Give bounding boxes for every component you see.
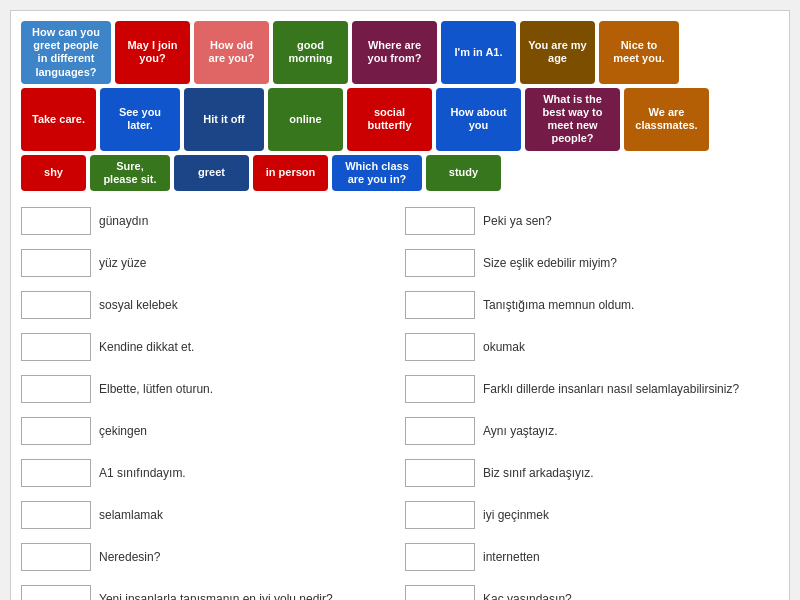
match-text: okumak [483,340,779,354]
left-column: günaydınyüz yüzesosyal kelebekKendine di… [21,203,395,600]
match-text: Neredesin? [99,550,395,564]
match-text: A1 sınıfındayım. [99,466,395,480]
word-chip-2-2[interactable]: greet [174,155,249,191]
word-chip-1-1[interactable]: See you later. [100,88,180,151]
word-chip-1-3[interactable]: online [268,88,343,151]
word-bank-row-1: Take care.See you later.Hit it offonline… [21,88,779,151]
matching-row: Farklı dillerde insanları nasıl selamlay… [405,371,779,407]
matching-row: Kaç yaşındasın? [405,581,779,600]
word-chip-1-5[interactable]: How about you [436,88,521,151]
word-chip-1-7[interactable]: We are classmates. [624,88,709,151]
match-text: günaydın [99,214,395,228]
word-chip-2-3[interactable]: in person [253,155,328,191]
answer-input[interactable] [405,417,475,445]
answer-input[interactable] [21,291,91,319]
matching-row: okumak [405,329,779,365]
main-container: How can you greet people in different la… [10,10,790,600]
match-text: Farklı dillerde insanları nasıl selamlay… [483,382,779,396]
matching-row: Biz sınıf arkadaşıyız. [405,455,779,491]
matching-row: selamlamak [21,497,395,533]
word-chip-1-2[interactable]: Hit it off [184,88,264,151]
answer-input[interactable] [405,375,475,403]
match-text: Elbette, lütfen oturun. [99,382,395,396]
word-bank-row-0: How can you greet people in different la… [21,21,779,84]
match-text: Aynı yaştayız. [483,424,779,438]
matching-row: sosyal kelebek [21,287,395,323]
answer-input[interactable] [405,207,475,235]
answer-input[interactable] [405,585,475,600]
matching-row: Peki ya sen? [405,203,779,239]
word-chip-0-7[interactable]: Nice to meet you. [599,21,679,84]
word-chip-0-5[interactable]: I'm in A1. [441,21,516,84]
match-text: Kaç yaşındasın? [483,592,779,600]
match-text: internetten [483,550,779,564]
matching-row: Tanıştığıma memnun oldum. [405,287,779,323]
match-text: Tanıştığıma memnun oldum. [483,298,779,312]
match-text: selamlamak [99,508,395,522]
word-bank-row-2: shySure, please sit.greetin personWhich … [21,155,779,191]
word-chip-2-1[interactable]: Sure, please sit. [90,155,170,191]
matching-row: Kendine dikkat et. [21,329,395,365]
matching-row: iyi geçinmek [405,497,779,533]
right-column: Peki ya sen?Size eşlik edebilir miyim?Ta… [405,203,779,600]
match-text: Size eşlik edebilir miyim? [483,256,779,270]
answer-input[interactable] [405,333,475,361]
word-chip-2-4[interactable]: Which class are you in? [332,155,422,191]
matching-row: Size eşlik edebilir miyim? [405,245,779,281]
word-chip-2-0[interactable]: shy [21,155,86,191]
word-chip-1-4[interactable]: social butterfly [347,88,432,151]
answer-input[interactable] [21,459,91,487]
match-text: sosyal kelebek [99,298,395,312]
word-chip-2-5[interactable]: study [426,155,501,191]
answer-input[interactable] [405,459,475,487]
word-chip-0-3[interactable]: good morning [273,21,348,84]
matching-row: günaydın [21,203,395,239]
matching-row: internetten [405,539,779,575]
answer-input[interactable] [21,333,91,361]
match-text: iyi geçinmek [483,508,779,522]
match-text: Biz sınıf arkadaşıyız. [483,466,779,480]
word-chip-0-0[interactable]: How can you greet people in different la… [21,21,111,84]
word-chip-1-0[interactable]: Take care. [21,88,96,151]
answer-input[interactable] [21,501,91,529]
matching-row: Neredesin? [21,539,395,575]
matching-row: Aynı yaştayız. [405,413,779,449]
answer-input[interactable] [21,585,91,600]
match-text: çekingen [99,424,395,438]
word-bank: How can you greet people in different la… [21,21,779,191]
match-text: yüz yüze [99,256,395,270]
word-chip-0-1[interactable]: May I join you? [115,21,190,84]
word-chip-0-4[interactable]: Where are you from? [352,21,437,84]
matching-row: A1 sınıfındayım. [21,455,395,491]
word-chip-0-6[interactable]: You are my age [520,21,595,84]
matching-row: Elbette, lütfen oturun. [21,371,395,407]
answer-input[interactable] [405,501,475,529]
answer-input[interactable] [21,249,91,277]
word-chip-1-6[interactable]: What is the best way to meet new people? [525,88,620,151]
match-text: Yeni insanlarla tanışmanın en iyi yolu n… [99,592,395,600]
answer-input[interactable] [405,543,475,571]
matching-row: çekingen [21,413,395,449]
match-text: Kendine dikkat et. [99,340,395,354]
answer-input[interactable] [405,249,475,277]
answer-input[interactable] [21,543,91,571]
answer-input[interactable] [21,417,91,445]
answer-input[interactable] [405,291,475,319]
answer-input[interactable] [21,375,91,403]
matching-section: günaydınyüz yüzesosyal kelebekKendine di… [21,203,779,600]
matching-row: yüz yüze [21,245,395,281]
match-text: Peki ya sen? [483,214,779,228]
matching-row: Yeni insanlarla tanışmanın en iyi yolu n… [21,581,395,600]
answer-input[interactable] [21,207,91,235]
word-chip-0-2[interactable]: How old are you? [194,21,269,84]
